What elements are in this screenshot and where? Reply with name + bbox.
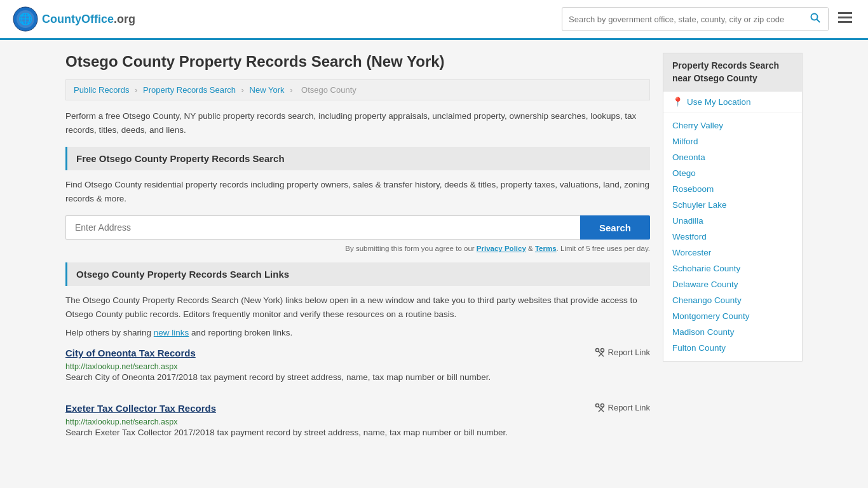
scissors-icon-1 — [595, 348, 605, 358]
property-search-form: Search — [65, 215, 650, 240]
record-url-1[interactable]: http://taxlookup.net/search.aspx — [65, 362, 178, 371]
sidebar-link-roseboom[interactable]: Roseboom — [663, 181, 802, 197]
svg-rect-7 — [838, 21, 852, 23]
list-item: Schoharie County — [663, 261, 802, 276]
record-title-2[interactable]: Exeter Tax Collector Tax Records — [65, 403, 216, 414]
address-input[interactable] — [65, 215, 580, 240]
sidebar-list: Cherry Valley Milford Oneonta Otego Rose… — [663, 112, 802, 361]
form-disclaimer: By submitting this form you agree to our… — [65, 245, 650, 252]
breadcrumb-current: Otsego County — [301, 85, 356, 95]
main-container: Otsego County Property Records Search (N… — [53, 40, 815, 471]
sidebar-title: Property Records Search near Otsego Coun… — [663, 53, 802, 92]
logo-text: CountyOffice.org — [42, 13, 135, 26]
help-text: Help others by sharing new links and rep… — [65, 328, 650, 337]
svg-rect-5 — [838, 12, 852, 14]
scissors-icon-2 — [595, 403, 605, 413]
list-item: Montgomery County — [663, 308, 802, 324]
sidebar-link-schuyler-lake[interactable]: Schuyler Lake — [663, 197, 802, 213]
report-link-2[interactable]: Report Link — [595, 403, 650, 413]
free-search-description: Find Otsego County residential property … — [65, 178, 650, 205]
sidebar-link-otego[interactable]: Otego — [663, 165, 802, 181]
location-icon: 📍 — [672, 97, 683, 107]
header-search-button[interactable] — [803, 8, 828, 30]
site-header: 🌐 CountyOffice.org — [0, 0, 868, 40]
sidebar-link-montgomery-county[interactable]: Montgomery County — [663, 308, 802, 324]
sidebar-link-worcester[interactable]: Worcester — [663, 245, 802, 261]
list-item: Milford — [663, 133, 802, 149]
sidebar-link-milford[interactable]: Milford — [663, 133, 802, 149]
sidebar-link-madison-county[interactable]: Madison County — [663, 324, 802, 340]
sidebar-link-unadilla[interactable]: Unadilla — [663, 213, 802, 229]
free-search-heading: Free Otsego County Property Records Sear… — [65, 147, 650, 170]
svg-text:🌐: 🌐 — [18, 12, 33, 26]
new-links-link[interactable]: new links — [154, 328, 189, 337]
terms-link[interactable]: Terms — [535, 245, 557, 252]
sidebar-link-schoharie-county[interactable]: Schoharie County — [663, 261, 802, 276]
links-section-heading: Otsego County Property Records Search Li… — [65, 262, 650, 286]
sidebar-link-delaware-county[interactable]: Delaware County — [663, 276, 802, 292]
use-my-location[interactable]: 📍 Use My Location — [663, 92, 802, 112]
breadcrumb: Public Records › Property Records Search… — [65, 79, 650, 100]
header-search-bar — [562, 7, 829, 31]
record-desc-1: Search City of Oneonta 2017/2018 tax pay… — [65, 371, 650, 384]
header-right — [562, 7, 855, 31]
record-header-2: Exeter Tax Collector Tax Records Report … — [65, 403, 650, 414]
list-item: Unadilla — [663, 213, 802, 229]
breadcrumb-public-records[interactable]: Public Records — [74, 85, 129, 95]
list-item: Oneonta — [663, 149, 802, 165]
sidebar-link-oneonta[interactable]: Oneonta — [663, 149, 802, 165]
sidebar-link-fulton-county[interactable]: Fulton County — [663, 340, 802, 356]
breadcrumb-new-york[interactable]: New York — [250, 85, 285, 95]
record-item: City of Oneonta Tax Records Report Link … — [65, 348, 650, 390]
logo[interactable]: 🌐 CountyOffice.org — [13, 6, 135, 32]
list-item: Roseboom — [663, 181, 802, 197]
svg-line-4 — [817, 20, 820, 22]
breadcrumb-property-records[interactable]: Property Records Search — [143, 85, 236, 95]
record-title-1[interactable]: City of Oneonta Tax Records — [65, 348, 196, 358]
list-item: Delaware County — [663, 276, 802, 292]
hamburger-button[interactable] — [835, 8, 855, 30]
logo-icon: 🌐 — [13, 6, 38, 32]
list-item: Otego — [663, 165, 802, 181]
record-item-2: Exeter Tax Collector Tax Records Report … — [65, 403, 650, 445]
list-item: Madison County — [663, 324, 802, 340]
list-item: Schuyler Lake — [663, 197, 802, 213]
hamburger-icon — [838, 12, 852, 24]
report-link-1[interactable]: Report Link — [595, 348, 650, 358]
search-button[interactable]: Search — [580, 215, 650, 240]
links-description: The Otsego County Property Records Searc… — [65, 294, 650, 321]
record-header: City of Oneonta Tax Records Report Link — [65, 348, 650, 358]
header-search-input[interactable] — [562, 10, 803, 29]
sidebar-link-westford[interactable]: Westford — [663, 229, 802, 245]
record-desc-2: Search Exeter Tax Collector 2017/2018 ta… — [65, 426, 650, 439]
list-item: Westford — [663, 229, 802, 245]
page-description: Perform a free Otsego County, NY public … — [65, 109, 650, 137]
list-item: Cherry Valley — [663, 118, 802, 133]
privacy-policy-link[interactable]: Privacy Policy — [477, 245, 526, 252]
search-icon — [810, 13, 820, 23]
sidebar-link-chenango-county[interactable]: Chenango County — [663, 292, 802, 308]
sidebar-box: Property Records Search near Otsego Coun… — [663, 53, 803, 362]
list-item: Worcester — [663, 245, 802, 261]
list-item: Chenango County — [663, 292, 802, 308]
svg-point-12 — [595, 403, 599, 407]
sidebar: Property Records Search near Otsego Coun… — [663, 53, 803, 458]
content-area: Otsego County Property Records Search (N… — [65, 53, 650, 458]
record-url-2[interactable]: http://taxlookup.net/search.aspx — [65, 417, 178, 426]
svg-point-8 — [595, 348, 599, 351]
page-title: Otsego County Property Records Search (N… — [65, 53, 650, 71]
svg-rect-6 — [838, 17, 852, 18]
sidebar-link-cherry-valley[interactable]: Cherry Valley — [663, 118, 802, 133]
list-item: Fulton County — [663, 340, 802, 356]
